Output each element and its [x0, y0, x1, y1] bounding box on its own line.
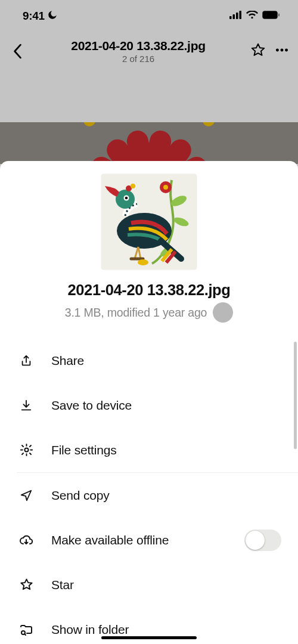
show-folder-label: Show in folder — [51, 623, 281, 637]
offline-label: Make available offline — [51, 533, 244, 547]
scroll-indicator — [294, 342, 297, 449]
share-item[interactable]: Share — [0, 338, 298, 383]
svg-point-25 — [24, 448, 28, 451]
share-icon — [18, 354, 35, 367]
star-icon — [18, 578, 35, 592]
file-thumbnail — [101, 174, 197, 270]
sheet-file-meta: 3.1 MB, modified 1 year ago — [65, 306, 207, 320]
svg-point-21 — [125, 197, 128, 200]
download-icon — [18, 399, 35, 412]
cloud-sync-icon — [18, 534, 35, 547]
home-indicator[interactable] — [101, 636, 197, 639]
save-label: Save to device — [51, 398, 281, 413]
folder-search-icon — [18, 623, 35, 636]
sheet-file-title: 2021-04-20 13.38.22.jpg — [0, 281, 298, 299]
actions-menu: Share Save to device File settings Send … — [0, 338, 298, 644]
svg-point-23 — [131, 184, 135, 188]
share-label: Share — [51, 354, 281, 368]
file-settings-item[interactable]: File settings — [0, 428, 298, 472]
paper-plane-icon — [18, 489, 35, 502]
file-actions-sheet: 2021-04-20 13.38.22.jpg 3.1 MB, modified… — [0, 161, 298, 644]
star-item[interactable]: Star — [0, 562, 298, 607]
make-offline-item[interactable]: Make available offline — [0, 518, 298, 562]
owner-avatar[interactable] — [213, 302, 233, 323]
offline-toggle[interactable] — [244, 530, 281, 551]
send-copy-label: Send copy — [51, 488, 281, 503]
svg-point-15 — [163, 185, 168, 190]
send-copy-item[interactable]: Send copy — [0, 473, 298, 518]
save-to-device-item[interactable]: Save to device — [0, 383, 298, 428]
gear-icon — [18, 443, 35, 457]
star-label: Star — [51, 578, 281, 592]
settings-label: File settings — [51, 443, 281, 457]
svg-point-24 — [138, 259, 148, 265]
